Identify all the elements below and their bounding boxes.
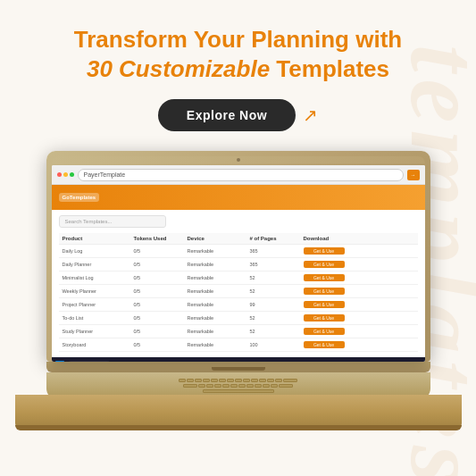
cell-tokens: 0/5 bbox=[134, 329, 188, 334]
cell-device: Remarkable bbox=[188, 342, 250, 347]
explore-now-button[interactable]: Explore Now bbox=[158, 99, 296, 131]
headline-line2: 30 Customizable Templates bbox=[74, 54, 402, 84]
key bbox=[279, 384, 293, 388]
cell-device: Remarkable bbox=[188, 288, 250, 294]
download-button[interactable]: Get & Use bbox=[304, 261, 345, 268]
keyboard-row bbox=[179, 379, 297, 382]
desk-surface bbox=[15, 395, 462, 430]
key bbox=[275, 379, 282, 382]
app-header: GoTemplates bbox=[52, 185, 425, 210]
cell-device: Remarkable bbox=[188, 262, 250, 267]
close-dot bbox=[57, 172, 62, 177]
headline-line1: Transform Your Planning with bbox=[74, 25, 402, 54]
cell-product: Minimalist Log bbox=[63, 275, 134, 280]
cta-wrapper: Explore Now ↗ bbox=[158, 99, 318, 131]
browser-window-controls bbox=[57, 172, 74, 177]
table-row: To-do List 0/5 Remarkable 52 Get & Use bbox=[59, 312, 418, 325]
table-row: Minimalist Log 0/5 Remarkable 52 Get & U… bbox=[59, 271, 418, 285]
start-button[interactable]: ⊞ bbox=[55, 361, 64, 362]
key bbox=[263, 384, 270, 388]
cell-pages: 99 bbox=[250, 302, 304, 307]
cell-pages: 365 bbox=[250, 248, 304, 254]
cell-tokens: 0/5 bbox=[134, 315, 188, 321]
laptop-screen: PayerTemplate → GoTemplates Search Templ… bbox=[52, 165, 425, 362]
col-tokens: Tokens Used bbox=[134, 236, 188, 241]
address-bar[interactable]: PayerTemplate bbox=[78, 169, 404, 181]
laptop: PayerTemplate → GoTemplates Search Templ… bbox=[46, 151, 430, 399]
col-device: Device bbox=[188, 236, 250, 241]
laptop-hinge bbox=[212, 367, 265, 371]
key bbox=[219, 379, 226, 382]
key bbox=[227, 379, 234, 382]
download-button[interactable]: Get & Use bbox=[304, 301, 345, 308]
cell-tokens: 0/5 bbox=[134, 288, 188, 294]
key bbox=[246, 384, 254, 388]
download-button[interactable]: Get & Use bbox=[304, 274, 345, 281]
cell-tokens: 0/5 bbox=[134, 342, 188, 347]
key bbox=[230, 384, 238, 388]
cell-pages: 52 bbox=[250, 329, 304, 334]
laptop-hinge-area bbox=[46, 362, 430, 372]
minimize-dot bbox=[63, 172, 68, 177]
cursor-icon: ↗ bbox=[303, 104, 318, 126]
key bbox=[222, 384, 230, 388]
download-button[interactable]: Get & Use bbox=[304, 288, 345, 295]
browser-action-btn[interactable]: → bbox=[407, 170, 420, 180]
search-bar[interactable]: Search Templates... bbox=[59, 215, 166, 228]
key bbox=[206, 384, 213, 388]
cell-product: Study Planner bbox=[63, 329, 134, 334]
key bbox=[211, 379, 218, 382]
key bbox=[187, 379, 194, 382]
table-header: Product Tokens Used Device # of Pages Do… bbox=[59, 233, 418, 245]
download-button[interactable]: Get & Use bbox=[304, 247, 345, 255]
key bbox=[283, 379, 297, 382]
keyboard-row bbox=[183, 384, 293, 388]
cell-tokens: 0/5 bbox=[134, 302, 188, 307]
key bbox=[267, 379, 274, 382]
table-row: Daily Planner 0/5 Remarkable 365 Get & U… bbox=[59, 258, 418, 271]
spacebar-key bbox=[203, 389, 274, 393]
table-row: Study Planner 0/5 Remarkable 52 Get & Us… bbox=[59, 325, 418, 338]
cell-device: Remarkable bbox=[188, 248, 250, 254]
key bbox=[271, 384, 278, 388]
cell-pages: 52 bbox=[250, 288, 304, 294]
taskbar-search[interactable]: Search bbox=[67, 361, 112, 362]
download-button[interactable]: Get & Use bbox=[304, 314, 345, 322]
address-text: PayerTemplate bbox=[84, 171, 126, 178]
key bbox=[214, 384, 221, 388]
cell-tokens: 0/5 bbox=[134, 248, 188, 254]
camera-bar bbox=[52, 156, 425, 163]
download-button[interactable]: Get & Use bbox=[304, 341, 345, 348]
cell-pages: 100 bbox=[250, 342, 304, 347]
cell-product: Daily Planner bbox=[63, 262, 134, 267]
app-body: Search Templates... Product Tokens Used … bbox=[52, 210, 425, 357]
cell-tokens: 0/5 bbox=[134, 275, 188, 280]
templates-table: Product Tokens Used Device # of Pages Do… bbox=[59, 233, 418, 352]
table-row: Daily Log 0/5 Remarkable 365 Get & Use bbox=[59, 245, 418, 258]
cell-pages: 52 bbox=[250, 315, 304, 321]
key bbox=[179, 379, 186, 382]
key bbox=[183, 384, 197, 388]
key bbox=[243, 379, 250, 382]
download-button[interactable]: Get & Use bbox=[304, 328, 345, 335]
app-logo: GoTemplates bbox=[59, 193, 100, 202]
maximize-dot bbox=[70, 172, 74, 177]
key bbox=[195, 379, 202, 382]
key bbox=[251, 379, 258, 382]
taskbar: ⊞ Search 3:42 AM 1/30/2024 bbox=[52, 357, 425, 362]
cell-pages: 52 bbox=[250, 275, 304, 280]
headline: Transform Your Planning with 30 Customiz… bbox=[56, 25, 420, 83]
key bbox=[235, 379, 242, 382]
headline-normal: Templates bbox=[270, 55, 389, 82]
cell-product: To-do List bbox=[63, 315, 134, 321]
table-row: Storyboard 0/5 Remarkable 100 Get & Use bbox=[59, 338, 418, 352]
keyboard-row bbox=[203, 389, 274, 393]
headline-italic: 30 Customizable bbox=[87, 55, 270, 82]
key bbox=[238, 384, 246, 388]
key bbox=[198, 384, 205, 388]
table-row: Weekly Planner 0/5 Remarkable 52 Get & U… bbox=[59, 285, 418, 298]
cell-device: Remarkable bbox=[188, 275, 250, 280]
col-pages: # of Pages bbox=[250, 236, 304, 241]
cell-product: Weekly Planner bbox=[63, 288, 134, 294]
cell-tokens: 0/5 bbox=[134, 262, 188, 267]
